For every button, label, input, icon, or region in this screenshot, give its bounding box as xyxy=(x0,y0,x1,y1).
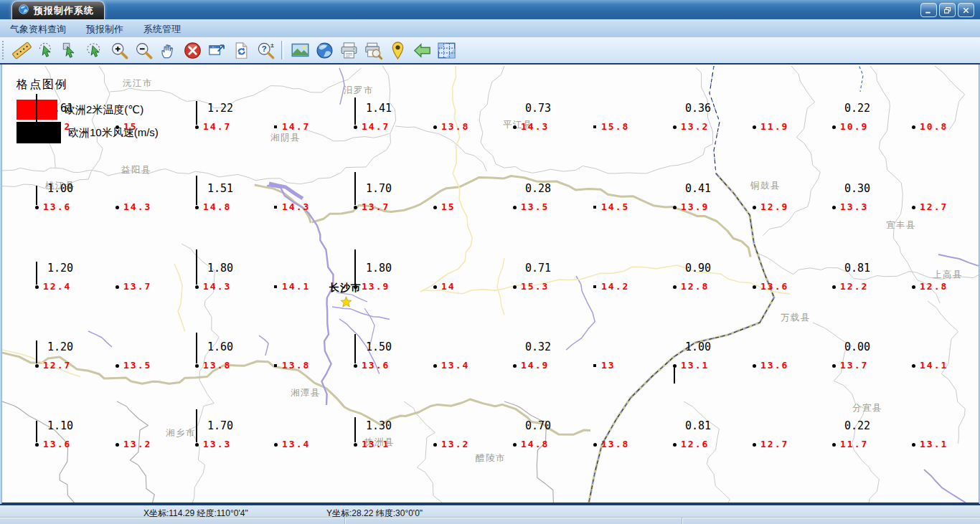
grid-point-dot xyxy=(274,364,277,367)
restore-button[interactable] xyxy=(939,3,956,17)
temperature-value: 12.2 xyxy=(840,281,868,292)
grid-point-dot xyxy=(274,443,278,447)
temperature-value: 13.1 xyxy=(362,439,390,450)
temperature-value: 15.3 xyxy=(521,281,549,292)
wind-speed-value: 1.00 xyxy=(685,341,711,353)
wind-speed-value: 0.36 xyxy=(685,103,711,114)
grid-point-dot xyxy=(832,285,836,289)
capital-star-icon xyxy=(340,296,352,311)
image-icon[interactable] xyxy=(288,39,312,62)
export-window-icon[interactable] xyxy=(204,39,229,62)
grid-point-dot xyxy=(673,443,677,447)
wind-vector-line xyxy=(354,334,356,363)
grid-point-dot xyxy=(274,206,277,209)
wind-vector-line xyxy=(36,421,37,442)
wind-speed-value: 0.30 xyxy=(844,183,870,194)
grid-point-dot xyxy=(35,443,39,447)
map-legend: 格点图例 欧洲2米温度(℃) 欧洲10米风速(m/s) xyxy=(12,77,206,146)
grid-map-icon[interactable] xyxy=(434,39,458,62)
temperature-value: 14 xyxy=(441,281,456,292)
wind-vector-line xyxy=(36,262,37,285)
temperature-value: 14.2 xyxy=(601,281,629,292)
globe-icon[interactable] xyxy=(312,39,336,62)
cancel-icon[interactable] xyxy=(180,39,204,62)
location-pin-icon[interactable] xyxy=(385,39,410,62)
wind-speed-value: 1.41 xyxy=(366,103,392,114)
wind-speed-value: 0.90 xyxy=(685,262,711,274)
select-box-icon[interactable] xyxy=(58,39,83,62)
zoom-in-icon[interactable] xyxy=(107,39,131,62)
temperature-value: 13.1 xyxy=(920,439,948,450)
wind-vector-line xyxy=(354,172,356,205)
status-panel-tick xyxy=(682,518,683,524)
wind-speed-value: 0.71 xyxy=(525,262,551,274)
wind-speed-value: 1.30 xyxy=(366,420,392,432)
wind-vector-line xyxy=(354,97,356,125)
grid-point-dot xyxy=(354,285,357,289)
temperature-value: 13.2 xyxy=(123,439,151,450)
menu-item-1[interactable]: 预报制作 xyxy=(76,20,133,38)
wind-speed-value: 0.22 xyxy=(844,420,870,432)
wind-speed-value: 1.50 xyxy=(366,341,392,353)
grid-point-dot xyxy=(832,125,836,129)
city-label: 宜丰县 xyxy=(886,219,916,232)
wind-vector-line xyxy=(354,417,356,442)
wind-vector-line xyxy=(196,176,197,205)
print-icon[interactable] xyxy=(336,39,361,62)
temperature-value: 14.9 xyxy=(521,360,549,371)
temperature-value: 12.7 xyxy=(920,201,948,213)
minimize-button[interactable] xyxy=(920,3,937,17)
close-button[interactable] xyxy=(958,3,974,17)
wind-speed-value: 1.80 xyxy=(366,262,392,274)
wind-speed-value: 0.32 xyxy=(525,341,551,353)
grid-point-dot xyxy=(753,285,756,289)
grid-point-dot xyxy=(832,364,836,368)
refresh-page-icon[interactable] xyxy=(229,39,253,62)
select-lasso-icon[interactable] xyxy=(83,39,107,62)
back-arrow-icon[interactable] xyxy=(410,39,434,62)
toolbar-separator xyxy=(281,41,284,59)
grid-point-dot xyxy=(912,443,915,447)
temperature-value: 14.3 xyxy=(282,201,310,213)
grid-point-dot xyxy=(354,443,357,447)
menu-item-2[interactable]: 系统管理 xyxy=(133,20,191,38)
city-label: 湘阴县 xyxy=(270,132,301,144)
wind-vector-line xyxy=(196,249,197,285)
grid-point-dot xyxy=(433,285,437,289)
toolbar-grip xyxy=(2,41,6,59)
grid-point-dot xyxy=(753,125,756,129)
temperature-value: 13.4 xyxy=(282,439,310,450)
temperature-value: 13.7 xyxy=(362,201,390,213)
temperature-value: 14.7 xyxy=(203,121,231,133)
temperature-value: 12.8 xyxy=(920,281,948,292)
zoom-help-icon[interactable]: ?± xyxy=(253,39,278,62)
pan-icon[interactable] xyxy=(156,39,180,62)
grid-point-dot xyxy=(433,443,437,447)
wind-speed-value: 1.22 xyxy=(207,103,233,114)
grid-point-dot xyxy=(35,364,39,368)
select-area-icon[interactable] xyxy=(34,39,58,62)
map-canvas[interactable]: 沅江市汨罗市湘阴县益阳县桃江县平江县铜鼓县宜丰县上高县万载县长沙市湘潭县湘乡市株… xyxy=(1,65,979,504)
menu-item-0[interactable]: 气象资料查询 xyxy=(0,20,76,38)
temperature-value: 11.7 xyxy=(840,439,868,450)
zoom-out-icon[interactable] xyxy=(131,39,156,62)
grid-point-dot xyxy=(912,206,915,209)
temperature-value: 13.7 xyxy=(123,281,151,292)
grid-point-dot xyxy=(593,125,596,128)
grid-point-dot xyxy=(513,364,517,368)
grid-point-dot xyxy=(912,364,915,368)
temperature-value: 11.9 xyxy=(760,121,788,133)
city-label: 益阳县 xyxy=(121,164,151,176)
temperature-value: 13.9 xyxy=(681,201,709,213)
measure-icon[interactable] xyxy=(9,39,34,62)
wind-speed-value: 1.70 xyxy=(366,183,392,194)
temperature-value: 15 xyxy=(441,201,456,213)
city-label: 万载县 xyxy=(781,312,811,324)
grid-point-dot xyxy=(433,206,437,209)
print-preview-icon[interactable] xyxy=(361,39,385,62)
window-controls xyxy=(920,3,974,17)
temperature-value: 13.4 xyxy=(441,360,469,371)
title-bar: 预报制作系统 xyxy=(0,0,980,19)
temperature-value: 13.3 xyxy=(840,201,868,213)
grid-point-dot xyxy=(116,443,119,447)
